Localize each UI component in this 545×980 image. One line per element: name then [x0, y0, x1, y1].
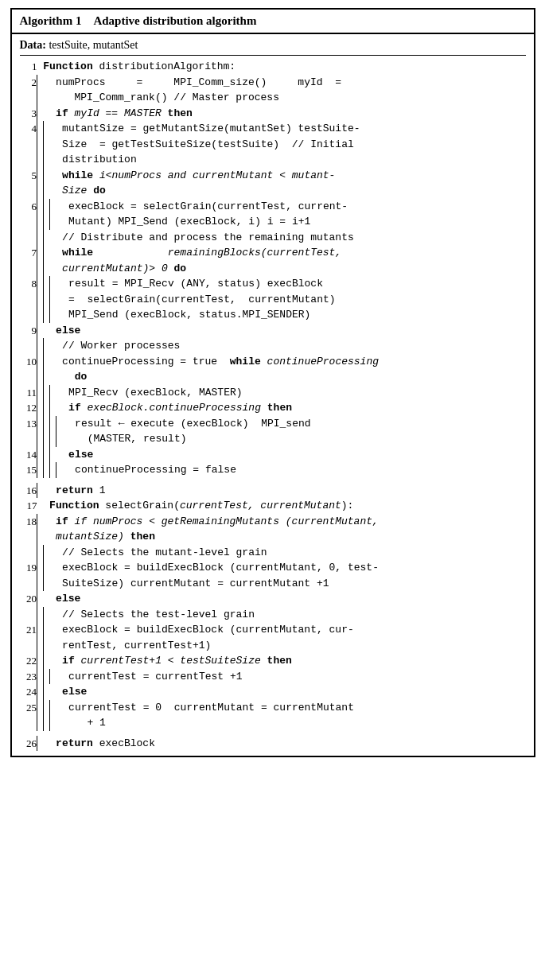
bar-13: [37, 416, 44, 447]
bar2-22: [44, 653, 50, 669]
line-num-15: 15: [20, 462, 37, 478]
line-num-21: 21: [20, 622, 37, 653]
line-num-22: 22: [20, 653, 37, 669]
line-content-5: while i<numProcs and currentMutant < mut…: [50, 168, 526, 199]
line-content-8: result = MPI_Recv (ANY, status) execBloc…: [56, 276, 526, 323]
code-line-14: 14 else: [20, 447, 526, 463]
bar-ctg: [37, 607, 44, 623]
line-num-17: 17: [20, 498, 37, 514]
line-num-16: 16: [20, 483, 37, 499]
bar-23: [37, 669, 44, 685]
line-content-13: result ← execute (execBlock) MPI_send (M…: [63, 416, 526, 447]
bar-7: [37, 245, 44, 276]
code-line-10: 10 continueProcessing = true while conti…: [20, 354, 526, 385]
line-num-10: 10: [20, 354, 37, 385]
line-content-26: return execBlock: [44, 736, 526, 752]
bar-4: [37, 121, 44, 168]
line-num-ctg: [20, 607, 37, 623]
line-content-12: if execBlock.continueProcessing then: [56, 400, 526, 416]
bar2-10: [44, 354, 50, 385]
line-num-6: 6: [20, 199, 37, 230]
code-line-2: 2 numProcs = MPI_Comm_size() myId = MPI_…: [20, 75, 526, 106]
bar2-19: [44, 560, 50, 591]
bar2-ctg: [44, 607, 50, 623]
code-line-4: 4 mutantSize = getMutantSize(mutantSet) …: [20, 121, 526, 168]
code-line-17: 17 Function selectGrain(currentTest, cur…: [20, 498, 526, 514]
bar-16: [37, 483, 44, 499]
bar-15: [37, 462, 44, 478]
bar-26: [37, 736, 44, 752]
bar2-14: [44, 447, 50, 463]
line-num-2: 2: [20, 75, 37, 106]
bar2-24: [44, 684, 50, 700]
comment-test-grain: // Selects the test-level grain: [20, 607, 526, 623]
line-num-11: 11: [20, 385, 37, 401]
bar2-6: [44, 199, 50, 230]
bar3-23: [50, 669, 56, 685]
line-content-3: if myId == MASTER then: [44, 106, 526, 122]
line-num-23: 23: [20, 669, 37, 685]
bar4-15: [56, 462, 63, 478]
bar-3: [37, 106, 44, 122]
bar-6: [37, 199, 44, 230]
bar-10: [37, 354, 44, 385]
bar2-15: [44, 462, 50, 478]
line-num-3: 3: [20, 106, 37, 122]
code-line-8: 8 result = MPI_Recv (ANY, status) execBl…: [20, 276, 526, 323]
line-content-17: Function selectGrain(currentTest, curren…: [37, 498, 526, 514]
code-line-12: 12 if execBlock.continueProcessing then: [20, 400, 526, 416]
code-line-20: 20 else: [20, 591, 526, 607]
code-line-24: 24 else: [20, 684, 526, 700]
bar2-5: [44, 168, 50, 199]
bar-14: [37, 447, 44, 463]
bar2-c1: [44, 230, 50, 246]
code-line-18: 18 if if numProcs < getRemainingMutants …: [20, 514, 526, 545]
line-num-5: 5: [20, 168, 37, 199]
bar-9: [37, 323, 44, 339]
code-line-21: 21 execBlock = buildExecBlock (currentMu…: [20, 622, 526, 653]
bar3-13: [50, 416, 56, 447]
code-line-9: 9 else: [20, 323, 526, 339]
bar3-15: [50, 462, 56, 478]
line-num-cw: [20, 338, 37, 354]
comment-content-worker: // Worker processes: [50, 338, 526, 354]
code-line-19: 19 execBlock = buildExecBlock (currentMu…: [20, 560, 526, 591]
bar-18: [37, 514, 44, 545]
line-content-19: execBlock = buildExecBlock (currentMutan…: [50, 560, 526, 591]
bar-20: [37, 591, 44, 607]
comment-mutant-grain: // Selects the mutant-level grain: [20, 545, 526, 561]
bar-c1: [37, 230, 44, 246]
line-content-15: continueProcessing = false: [63, 462, 526, 478]
bar-5: [37, 168, 44, 199]
line-content-25: currentTest = 0 currentMutant = currentM…: [56, 700, 526, 731]
line-num-7: 7: [20, 245, 37, 276]
line-num-comment1: [20, 230, 37, 246]
line-content-23: currentTest = currentTest +1: [56, 669, 526, 685]
line-num-8: 8: [20, 276, 37, 323]
code-line-5: 5 while i<numProcs and currentMutant < m…: [20, 168, 526, 199]
bar2-cmg: [44, 545, 50, 561]
bar3-11: [50, 385, 56, 401]
bar-21: [37, 622, 44, 653]
bar-25: [37, 700, 44, 731]
bar3-12: [50, 400, 56, 416]
bar2-23: [44, 669, 50, 685]
line-num-24: 24: [20, 684, 37, 700]
code-line-16: 16 return 1: [20, 483, 526, 499]
data-line: Data: testSuite, mutantSet: [20, 39, 526, 56]
line-num-9: 9: [20, 323, 37, 339]
bar-cw: [37, 338, 44, 354]
line-num-cmg: [20, 545, 37, 561]
code-line-11: 11 MPI_Recv (execBlock, MASTER): [20, 385, 526, 401]
bar2-7: [44, 245, 50, 276]
line-content-10: continueProcessing = true while continue…: [50, 354, 526, 385]
algorithm-header: Algorithm 1 Adaptive distribution algori…: [12, 10, 534, 34]
comment-content-test: // Selects the test-level grain: [50, 607, 526, 623]
line-content-2: numProcs = MPI_Comm_size() myId = MPI_Co…: [44, 75, 526, 106]
comment-content-mutant: // Selects the mutant-level grain: [50, 545, 526, 561]
line-content-21: execBlock = buildExecBlock (currentMutan…: [50, 622, 526, 653]
bar3-14: [50, 447, 56, 463]
bar2-4: [44, 121, 50, 168]
bar2-25: [44, 700, 50, 731]
line-content-24: else: [50, 684, 526, 700]
